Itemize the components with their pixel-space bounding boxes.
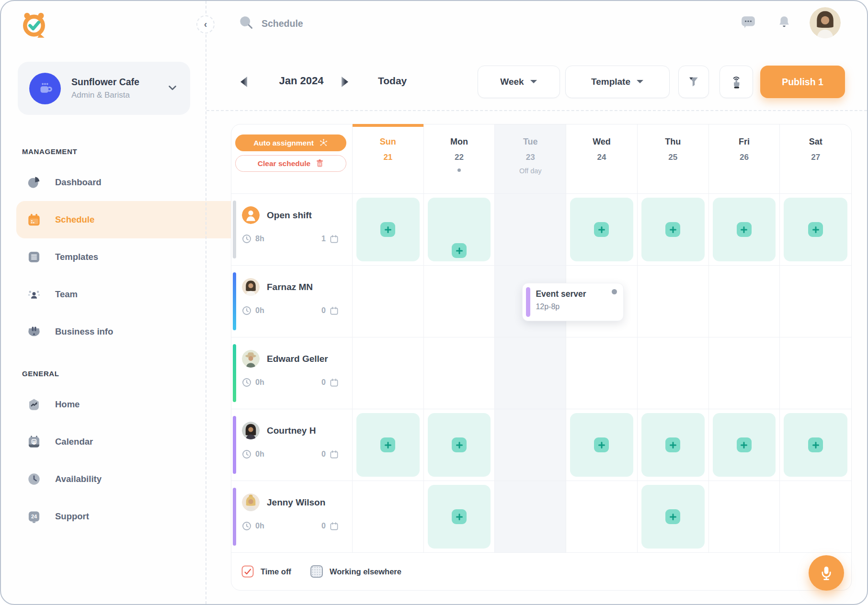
slot-farnaz-sat[interactable] — [780, 266, 851, 337]
slot-open-shift-sat[interactable] — [780, 194, 851, 266]
slot-open-shift-thu[interactable] — [638, 194, 709, 266]
app-window: Sunflower Cafe Admin & Barista MANAGEMEN… — [0, 0, 868, 605]
view-select[interactable]: Week — [478, 66, 560, 98]
bell-icon[interactable] — [778, 15, 790, 31]
add-shift-button[interactable] — [665, 437, 680, 452]
slot-courtney-fri[interactable] — [709, 409, 780, 481]
row-label-open-shift[interactable]: Open shift 8h 1 — [231, 194, 353, 266]
add-shift-button[interactable] — [665, 222, 680, 237]
slot-courtney-mon[interactable] — [424, 409, 495, 481]
slot-jenny-wed[interactable] — [566, 481, 638, 553]
sidebar-collapse-button[interactable]: ‹ — [196, 15, 215, 34]
slot-edward-fri[interactable] — [709, 337, 780, 409]
row-label-farnaz-mn[interactable]: Farnaz MN 0h 0 — [231, 266, 353, 337]
search-icon[interactable] — [239, 15, 253, 32]
voice-assistant-fab[interactable] — [809, 555, 844, 591]
day-header-wed[interactable]: Wed 24 — [566, 124, 638, 194]
chat-icon[interactable] — [741, 15, 756, 31]
slot-jenny-sat[interactable] — [780, 481, 851, 553]
slot-courtney-wed[interactable] — [566, 409, 638, 481]
day-header-fri[interactable]: Fri 26 — [709, 124, 780, 194]
today-button[interactable]: Today — [378, 75, 407, 87]
workspace-avatar — [29, 73, 61, 104]
row-stats: 8h 1 — [242, 234, 339, 244]
chevron-down-icon — [636, 79, 644, 84]
add-shift-button[interactable] — [594, 437, 609, 452]
slot-jenny-thu[interactable] — [638, 481, 709, 553]
view-select-value: Week — [500, 77, 524, 87]
legend-label: Working elsewhere — [330, 567, 401, 576]
add-shift-button[interactable] — [380, 222, 395, 237]
board-actions: Auto assignment Clear schedule — [231, 124, 353, 194]
slot-jenny-mon[interactable] — [424, 481, 495, 553]
slot-farnaz-fri[interactable] — [709, 266, 780, 337]
page-title-text: Schedule — [262, 18, 303, 29]
day-header-sat[interactable]: Sat 27 — [780, 124, 851, 194]
auto-assignment-button[interactable]: Auto assignment — [235, 134, 346, 151]
row-color-bar — [233, 201, 236, 258]
tap-interaction-button[interactable] — [720, 66, 753, 98]
clock-icon — [242, 521, 251, 531]
slot-farnaz-tue[interactable]: Event server 12p-8p — [495, 266, 566, 337]
microphone-icon — [819, 565, 834, 581]
clock-icon — [242, 306, 251, 315]
slot-edward-sat[interactable] — [780, 337, 851, 409]
add-shift-button[interactable] — [808, 437, 823, 452]
legend-working-elsewhere: Working elsewhere — [310, 565, 401, 578]
day-header-thu[interactable]: Thu 25 — [638, 124, 709, 194]
sidebar-item-label: Home — [55, 399, 80, 410]
day-header-tue[interactable]: Tue 23 Off day — [495, 124, 566, 194]
row-label-courtney-h[interactable]: Courtney H 0h 0 — [231, 409, 353, 481]
previous-period-button[interactable] — [239, 76, 249, 88]
slot-farnaz-mon[interactable] — [424, 266, 495, 337]
slot-courtney-sun[interactable] — [353, 409, 424, 481]
slot-open-shift-fri[interactable] — [709, 194, 780, 266]
row-label-jenny-wilson[interactable]: Jenny Wilson 0h 0 — [231, 481, 353, 553]
slot-edward-thu[interactable] — [638, 337, 709, 409]
next-period-button[interactable] — [340, 76, 350, 88]
workspace-selector[interactable]: Sunflower Cafe Admin & Barista — [18, 62, 190, 115]
support-24-icon: 24 — [27, 510, 41, 523]
clear-schedule-button[interactable]: Clear schedule — [235, 155, 346, 172]
day-header-sun[interactable]: Sun 21 — [353, 124, 424, 194]
template-select[interactable]: Template — [565, 66, 670, 98]
add-shift-button[interactable] — [452, 243, 467, 258]
slot-jenny-fri[interactable] — [709, 481, 780, 553]
add-shift-button[interactable] — [452, 437, 467, 452]
slot-open-shift-wed[interactable] — [566, 194, 638, 266]
business-info-icon — [27, 325, 41, 338]
add-shift-button[interactable] — [665, 509, 680, 524]
day-header-mon[interactable]: Mon 22 — [424, 124, 495, 194]
slot-farnaz-thu[interactable] — [638, 266, 709, 337]
slot-edward-sun[interactable] — [353, 337, 424, 409]
workspace-role: Admin & Barista — [71, 90, 139, 100]
shift-card-event-server[interactable]: Event server 12p-8p — [522, 283, 624, 321]
status-dot — [457, 168, 461, 172]
slot-courtney-sat[interactable] — [780, 409, 851, 481]
legend-time-off: Time off — [241, 565, 291, 578]
slot-open-shift-mon[interactable] — [424, 194, 495, 266]
team-people-icon — [27, 288, 41, 301]
filter-funnel-icon — [688, 76, 699, 88]
add-shift-button[interactable] — [594, 222, 609, 237]
add-shift-button[interactable] — [737, 437, 752, 452]
slot-edward-wed[interactable] — [566, 337, 638, 409]
slot-courtney-tue — [495, 409, 566, 481]
slot-jenny-sun[interactable] — [353, 481, 424, 553]
add-shift-button[interactable] — [808, 222, 823, 237]
slot-farnaz-sun[interactable] — [353, 266, 424, 337]
legend-label: Time off — [261, 567, 291, 576]
slot-edward-mon[interactable] — [424, 337, 495, 409]
user-avatar[interactable] — [810, 7, 841, 38]
member-avatar — [242, 350, 260, 368]
member-avatar — [242, 278, 260, 296]
add-shift-button[interactable] — [380, 437, 395, 452]
add-shift-button[interactable] — [452, 509, 467, 524]
slot-open-shift-sun[interactable] — [353, 194, 424, 266]
row-label-edward-geller[interactable]: Edward Geller 0h 0 — [231, 337, 353, 409]
publish-button[interactable]: Publish 1 — [760, 66, 845, 98]
sidebar-item-label: Schedule — [55, 214, 94, 225]
slot-courtney-thu[interactable] — [638, 409, 709, 481]
add-shift-button[interactable] — [737, 222, 752, 237]
filter-button[interactable] — [678, 66, 709, 98]
